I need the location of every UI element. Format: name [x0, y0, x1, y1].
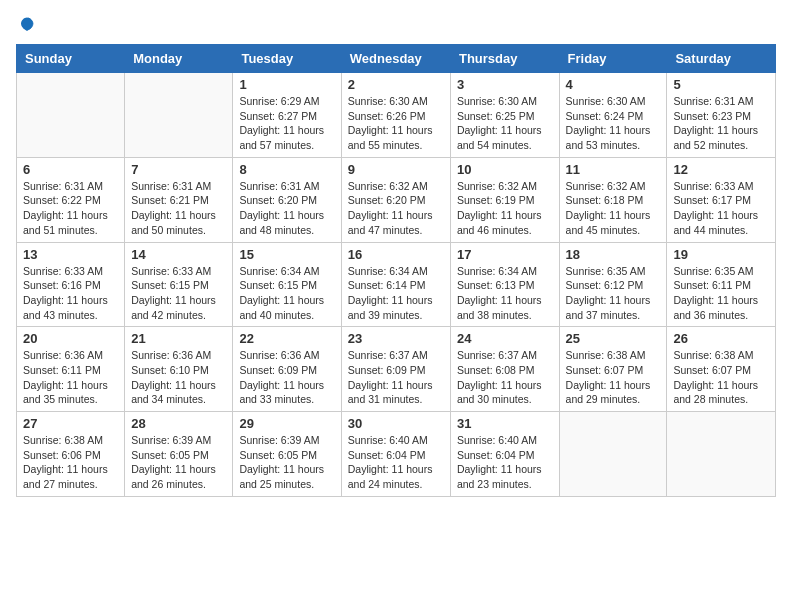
calendar-table: SundayMondayTuesdayWednesdayThursdayFrid…	[16, 44, 776, 497]
calendar-cell: 25Sunrise: 6:38 AM Sunset: 6:07 PM Dayli…	[559, 327, 667, 412]
day-info: Sunrise: 6:35 AM Sunset: 6:12 PM Dayligh…	[566, 264, 661, 323]
day-info: Sunrise: 6:38 AM Sunset: 6:07 PM Dayligh…	[566, 348, 661, 407]
calendar-cell: 10Sunrise: 6:32 AM Sunset: 6:19 PM Dayli…	[450, 157, 559, 242]
day-number: 8	[239, 162, 334, 177]
day-info: Sunrise: 6:31 AM Sunset: 6:20 PM Dayligh…	[239, 179, 334, 238]
day-number: 17	[457, 247, 553, 262]
day-info: Sunrise: 6:32 AM Sunset: 6:20 PM Dayligh…	[348, 179, 444, 238]
day-number: 10	[457, 162, 553, 177]
day-number: 2	[348, 77, 444, 92]
calendar-week-1: 1Sunrise: 6:29 AM Sunset: 6:27 PM Daylig…	[17, 73, 776, 158]
day-number: 14	[131, 247, 226, 262]
calendar-cell: 3Sunrise: 6:30 AM Sunset: 6:25 PM Daylig…	[450, 73, 559, 158]
day-number: 23	[348, 331, 444, 346]
day-number: 7	[131, 162, 226, 177]
calendar-cell: 18Sunrise: 6:35 AM Sunset: 6:12 PM Dayli…	[559, 242, 667, 327]
day-number: 16	[348, 247, 444, 262]
logo-icon	[18, 16, 36, 34]
calendar-cell	[17, 73, 125, 158]
day-number: 26	[673, 331, 769, 346]
day-number: 30	[348, 416, 444, 431]
day-info: Sunrise: 6:33 AM Sunset: 6:16 PM Dayligh…	[23, 264, 118, 323]
calendar-cell: 22Sunrise: 6:36 AM Sunset: 6:09 PM Dayli…	[233, 327, 341, 412]
day-number: 29	[239, 416, 334, 431]
day-number: 5	[673, 77, 769, 92]
calendar-cell: 2Sunrise: 6:30 AM Sunset: 6:26 PM Daylig…	[341, 73, 450, 158]
calendar-week-3: 13Sunrise: 6:33 AM Sunset: 6:16 PM Dayli…	[17, 242, 776, 327]
calendar-cell: 14Sunrise: 6:33 AM Sunset: 6:15 PM Dayli…	[125, 242, 233, 327]
day-number: 12	[673, 162, 769, 177]
weekday-header-friday: Friday	[559, 45, 667, 73]
weekday-header-sunday: Sunday	[17, 45, 125, 73]
day-number: 28	[131, 416, 226, 431]
calendar-cell: 9Sunrise: 6:32 AM Sunset: 6:20 PM Daylig…	[341, 157, 450, 242]
calendar-cell: 4Sunrise: 6:30 AM Sunset: 6:24 PM Daylig…	[559, 73, 667, 158]
weekday-header-saturday: Saturday	[667, 45, 776, 73]
day-number: 24	[457, 331, 553, 346]
day-number: 13	[23, 247, 118, 262]
day-info: Sunrise: 6:31 AM Sunset: 6:21 PM Dayligh…	[131, 179, 226, 238]
calendar-cell: 24Sunrise: 6:37 AM Sunset: 6:08 PM Dayli…	[450, 327, 559, 412]
logo	[16, 16, 36, 34]
day-info: Sunrise: 6:39 AM Sunset: 6:05 PM Dayligh…	[131, 433, 226, 492]
calendar-cell: 15Sunrise: 6:34 AM Sunset: 6:15 PM Dayli…	[233, 242, 341, 327]
day-info: Sunrise: 6:37 AM Sunset: 6:08 PM Dayligh…	[457, 348, 553, 407]
calendar-cell: 12Sunrise: 6:33 AM Sunset: 6:17 PM Dayli…	[667, 157, 776, 242]
calendar-cell: 6Sunrise: 6:31 AM Sunset: 6:22 PM Daylig…	[17, 157, 125, 242]
day-info: Sunrise: 6:30 AM Sunset: 6:26 PM Dayligh…	[348, 94, 444, 153]
calendar-cell: 20Sunrise: 6:36 AM Sunset: 6:11 PM Dayli…	[17, 327, 125, 412]
calendar-header-row: SundayMondayTuesdayWednesdayThursdayFrid…	[17, 45, 776, 73]
day-info: Sunrise: 6:34 AM Sunset: 6:13 PM Dayligh…	[457, 264, 553, 323]
calendar-cell: 8Sunrise: 6:31 AM Sunset: 6:20 PM Daylig…	[233, 157, 341, 242]
page-header	[16, 16, 776, 34]
day-info: Sunrise: 6:34 AM Sunset: 6:14 PM Dayligh…	[348, 264, 444, 323]
day-info: Sunrise: 6:38 AM Sunset: 6:06 PM Dayligh…	[23, 433, 118, 492]
calendar-cell: 5Sunrise: 6:31 AM Sunset: 6:23 PM Daylig…	[667, 73, 776, 158]
weekday-header-thursday: Thursday	[450, 45, 559, 73]
calendar-week-2: 6Sunrise: 6:31 AM Sunset: 6:22 PM Daylig…	[17, 157, 776, 242]
weekday-header-tuesday: Tuesday	[233, 45, 341, 73]
calendar-cell: 21Sunrise: 6:36 AM Sunset: 6:10 PM Dayli…	[125, 327, 233, 412]
day-number: 6	[23, 162, 118, 177]
day-number: 1	[239, 77, 334, 92]
day-number: 31	[457, 416, 553, 431]
day-number: 27	[23, 416, 118, 431]
day-info: Sunrise: 6:33 AM Sunset: 6:17 PM Dayligh…	[673, 179, 769, 238]
day-info: Sunrise: 6:36 AM Sunset: 6:09 PM Dayligh…	[239, 348, 334, 407]
calendar-cell: 19Sunrise: 6:35 AM Sunset: 6:11 PM Dayli…	[667, 242, 776, 327]
calendar-cell: 27Sunrise: 6:38 AM Sunset: 6:06 PM Dayli…	[17, 412, 125, 497]
day-number: 15	[239, 247, 334, 262]
calendar-cell	[667, 412, 776, 497]
day-number: 3	[457, 77, 553, 92]
day-number: 11	[566, 162, 661, 177]
day-number: 18	[566, 247, 661, 262]
day-info: Sunrise: 6:31 AM Sunset: 6:22 PM Dayligh…	[23, 179, 118, 238]
calendar-cell: 7Sunrise: 6:31 AM Sunset: 6:21 PM Daylig…	[125, 157, 233, 242]
calendar-cell: 13Sunrise: 6:33 AM Sunset: 6:16 PM Dayli…	[17, 242, 125, 327]
day-info: Sunrise: 6:29 AM Sunset: 6:27 PM Dayligh…	[239, 94, 334, 153]
weekday-header-monday: Monday	[125, 45, 233, 73]
day-info: Sunrise: 6:37 AM Sunset: 6:09 PM Dayligh…	[348, 348, 444, 407]
calendar-cell	[125, 73, 233, 158]
calendar-week-5: 27Sunrise: 6:38 AM Sunset: 6:06 PM Dayli…	[17, 412, 776, 497]
day-number: 25	[566, 331, 661, 346]
calendar-cell: 16Sunrise: 6:34 AM Sunset: 6:14 PM Dayli…	[341, 242, 450, 327]
day-info: Sunrise: 6:30 AM Sunset: 6:25 PM Dayligh…	[457, 94, 553, 153]
day-info: Sunrise: 6:33 AM Sunset: 6:15 PM Dayligh…	[131, 264, 226, 323]
day-info: Sunrise: 6:34 AM Sunset: 6:15 PM Dayligh…	[239, 264, 334, 323]
day-info: Sunrise: 6:35 AM Sunset: 6:11 PM Dayligh…	[673, 264, 769, 323]
day-info: Sunrise: 6:32 AM Sunset: 6:18 PM Dayligh…	[566, 179, 661, 238]
calendar-cell: 26Sunrise: 6:38 AM Sunset: 6:07 PM Dayli…	[667, 327, 776, 412]
day-info: Sunrise: 6:36 AM Sunset: 6:11 PM Dayligh…	[23, 348, 118, 407]
calendar-cell: 17Sunrise: 6:34 AM Sunset: 6:13 PM Dayli…	[450, 242, 559, 327]
day-number: 4	[566, 77, 661, 92]
weekday-header-wednesday: Wednesday	[341, 45, 450, 73]
day-number: 21	[131, 331, 226, 346]
day-info: Sunrise: 6:40 AM Sunset: 6:04 PM Dayligh…	[348, 433, 444, 492]
day-number: 19	[673, 247, 769, 262]
day-number: 9	[348, 162, 444, 177]
calendar-cell: 1Sunrise: 6:29 AM Sunset: 6:27 PM Daylig…	[233, 73, 341, 158]
day-info: Sunrise: 6:31 AM Sunset: 6:23 PM Dayligh…	[673, 94, 769, 153]
calendar-cell: 30Sunrise: 6:40 AM Sunset: 6:04 PM Dayli…	[341, 412, 450, 497]
day-info: Sunrise: 6:36 AM Sunset: 6:10 PM Dayligh…	[131, 348, 226, 407]
